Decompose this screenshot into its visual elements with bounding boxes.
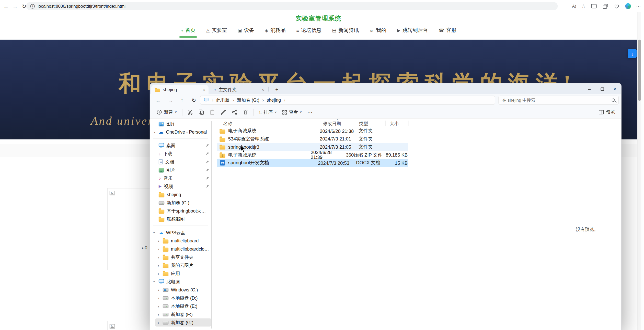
sidebar-item-wps-cloud[interactable]: ›☁WPS云盘 xyxy=(151,228,211,237)
tab-home-folder[interactable]: ⌂ 主文件夹 × xyxy=(210,85,267,94)
more-commands-button[interactable]: ⋯ xyxy=(305,107,315,117)
nav-item-service[interactable]: ☎客服 xyxy=(439,27,456,38)
close-button[interactable]: × xyxy=(608,83,621,94)
sidebar-item-desktop[interactable]: 桌面 xyxy=(151,142,211,150)
back-icon[interactable]: ← xyxy=(153,96,163,104)
share-button[interactable] xyxy=(229,107,239,117)
rename-button[interactable] xyxy=(218,107,228,117)
nav-item-home[interactable]: ⌂首页 xyxy=(181,27,196,38)
search-input[interactable] xyxy=(502,98,612,102)
breadcrumb-shejing[interactable]: shejing xyxy=(267,98,281,102)
sidebar-item-music[interactable]: ♪音乐 xyxy=(151,174,211,182)
sidebar-item-drive-c[interactable]: ›Windows (C:) xyxy=(155,286,211,294)
sidebar-item-this-pc[interactable]: ›此电脑 xyxy=(151,277,211,286)
sidebar-item-drive-e[interactable]: ›本地磁盘 (E:) xyxy=(155,302,211,310)
header-divider[interactable] xyxy=(356,121,356,126)
chevron-icon[interactable]: › xyxy=(157,288,160,292)
sidebar-item-multiclipboardcloud[interactable]: ›multiclipboardcloud xyxy=(155,245,211,253)
sidebar-item-my-cloud-pictures[interactable]: ›我的云图片 xyxy=(155,261,211,269)
tab-shejing[interactable]: shejing × xyxy=(151,85,209,94)
new-button[interactable]: 新建 ∨ xyxy=(154,107,179,117)
column-date[interactable]: 修改日期 xyxy=(323,121,341,127)
sidebar-item-videos[interactable]: ▶视频 xyxy=(151,182,211,191)
sidebar-item-documents[interactable]: 文档 xyxy=(151,158,211,166)
column-type[interactable]: 类型 xyxy=(359,121,368,127)
delete-button[interactable] xyxy=(240,107,251,117)
tab-close-icon[interactable]: × xyxy=(203,87,205,92)
url-text[interactable]: localhost:8080/springbootdtjr3/front/ind… xyxy=(38,4,125,8)
nav-item-equipment[interactable]: ▣设备 xyxy=(238,27,254,38)
file-row-springboot-doc[interactable]: W springboot开发文档 2024/7/3 20:53 DOCX 文档 … xyxy=(217,159,408,167)
chevron-icon[interactable]: › xyxy=(157,296,160,300)
site-info-icon[interactable]: i xyxy=(30,4,35,8)
chevron-icon[interactable]: › xyxy=(157,271,160,276)
split-screen-icon[interactable] xyxy=(591,3,597,9)
nav-item-consumables[interactable]: ◈消耗品 xyxy=(265,27,286,38)
sidebar-item-onedrive[interactable]: ›☁OneDrive - Personal xyxy=(151,128,211,136)
browser-menu-icon[interactable]: ⋯ xyxy=(636,4,641,9)
read-aloud-icon[interactable]: A) xyxy=(572,4,576,8)
browser-forward-icon[interactable]: → xyxy=(11,2,20,10)
sidebar-item-pictures[interactable]: 图片 xyxy=(151,166,211,174)
search-box[interactable] xyxy=(498,96,618,104)
chevron-icon[interactable]: › xyxy=(157,255,160,260)
sidebar-item-drive-f[interactable]: ›新加卷 (F:) xyxy=(155,310,211,318)
chevron-icon[interactable]: › xyxy=(157,247,160,251)
floating-download-button[interactable]: ↓ xyxy=(628,49,637,58)
cut-button[interactable] xyxy=(185,107,195,117)
file-row-dianzishangcheng-folder[interactable]: 电子商城系统 2024/6/28 21:38 文件夹 xyxy=(217,127,408,135)
paste-button[interactable] xyxy=(207,107,217,117)
breadcrumb-this-pc[interactable]: 此电脑 xyxy=(216,97,230,103)
chevron-icon[interactable]: › xyxy=(157,312,160,317)
page-scrollbar[interactable] xyxy=(637,12,641,330)
favorite-star-icon[interactable]: ☆ xyxy=(581,4,585,9)
browser-essentials-icon[interactable] xyxy=(614,3,620,9)
sidebar-item-drive-g[interactable]: 新加卷 (G:) xyxy=(151,199,211,207)
tab-close-icon[interactable]: × xyxy=(261,87,264,92)
breadcrumb-drive-g[interactable]: 新加卷 (G:) xyxy=(237,97,259,103)
chevron-icon[interactable]: › xyxy=(157,239,160,243)
nav-item-forum[interactable]: ≡论坛信息 xyxy=(296,27,321,38)
preview-toggle-button[interactable]: 预览 xyxy=(596,107,617,117)
chevron-icon[interactable]: › xyxy=(157,320,160,325)
sort-button[interactable]: ↑↓ 排序 ∨ xyxy=(257,107,279,117)
maximize-button[interactable] xyxy=(596,83,608,94)
minimize-button[interactable]: – xyxy=(583,83,596,94)
chevron-icon[interactable]: › xyxy=(152,231,157,234)
address-bar[interactable]: i localhost:8080/springbootdtjr3/front/i… xyxy=(26,2,558,10)
new-tab-button[interactable]: + xyxy=(273,85,281,93)
file-row-534-lab-system[interactable]: 534实验室管理系统 2024/7/3 21:01 文件夹 xyxy=(217,135,408,143)
nav-item-lab[interactable]: △实验室 xyxy=(206,27,227,38)
sidebar-item-gallery[interactable]: 图库 xyxy=(151,120,211,128)
copy-button[interactable] xyxy=(196,107,206,117)
profile-avatar[interactable] xyxy=(625,3,631,9)
header-divider[interactable] xyxy=(320,121,320,126)
chevron-icon[interactable]: › xyxy=(152,280,157,283)
sidebar-item-drive-g-tree[interactable]: ›新加卷 (G:) xyxy=(155,318,211,326)
nav-item-news[interactable]: ▤新闻资讯 xyxy=(332,27,359,38)
forward-icon[interactable]: → xyxy=(166,96,175,104)
refresh-icon[interactable]: ↻ xyxy=(189,96,199,104)
header-divider[interactable] xyxy=(385,121,386,126)
chevron-icon[interactable]: › xyxy=(157,263,160,268)
sidebar-item-shared-folder[interactable]: ›共享文件夹 xyxy=(155,253,211,261)
file-row-dianzishangcheng-zip[interactable]: 电子商城系统 2024/6/28 21:39 360压缩 ZIP 文件 89,1… xyxy=(217,151,408,159)
sidebar-item-springboot-train[interactable]: 基于springboot火车订票管理系统 xyxy=(151,207,211,215)
collections-icon[interactable] xyxy=(602,3,608,9)
up-icon[interactable]: ↑ xyxy=(177,96,187,104)
sidebar-item-multiclipboard[interactable]: ›multiclipboard xyxy=(155,237,211,245)
sidebar-item-drive-d[interactable]: ›本地磁盘 (D:) xyxy=(155,294,211,302)
browser-back-icon[interactable]: ← xyxy=(2,2,10,10)
column-name[interactable]: 名称 xyxy=(223,121,232,127)
nav-item-mine[interactable]: ☺我的 xyxy=(370,27,386,38)
nav-item-backend[interactable]: ▶跳转到后台 xyxy=(397,27,428,38)
search-icon[interactable] xyxy=(612,99,615,102)
chevron-icon[interactable]: › xyxy=(157,304,160,309)
breadcrumb[interactable]: › 此电脑 › 新加卷 (G:) › shejing › xyxy=(200,96,495,104)
sidebar-item-apps[interactable]: ›应用 xyxy=(155,269,211,277)
view-button[interactable]: 查看 ∨ xyxy=(280,107,304,117)
scrollbar-thumb[interactable] xyxy=(638,40,641,101)
sidebar-item-shejing[interactable]: shejing xyxy=(151,191,211,199)
sidebar-item-lenovo-screenshot[interactable]: 联想截图 xyxy=(151,215,211,223)
sidebar-item-downloads[interactable]: ↓下载 xyxy=(151,150,211,158)
